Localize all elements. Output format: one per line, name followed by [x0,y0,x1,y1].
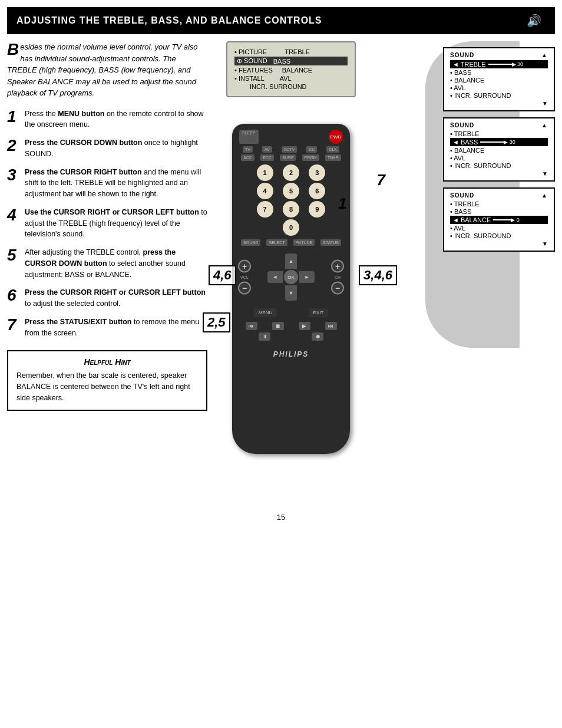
step-3: 3 Press the CURSOR RIGHT button and the … [7,167,207,200]
menu-exit-row: MENU EXIT [238,308,344,317]
av-button[interactable]: AV [262,146,272,153]
status-button[interactable]: STATUS [320,239,341,246]
sleep-button[interactable]: SLEEP [239,130,259,144]
osd3-arrow-down: ▼ [450,241,548,247]
step-1: 1 Press the MENU button on the remote co… [7,108,207,131]
cursor-left-button[interactable]: ◄ [267,271,283,283]
philips-logo: PHILIPS [238,350,344,358]
step-7: 7 Press the STATUS/EXIT button to remove… [7,317,207,339]
fntune-button[interactable]: FNTUNE [293,239,315,246]
cursor-down-button[interactable]: ▼ [285,285,297,301]
dpad: ▲ ▼ ◄ ► OK [267,253,315,301]
content-area: B esides the normal volume level control… [7,41,555,501]
osd3-bass: • BASS [450,208,548,215]
num-5-button[interactable]: 5 [283,183,299,199]
vol-label: VOL [240,275,249,279]
step-5-num: 5 [7,247,19,263]
num-7-button[interactable]: 7 [257,201,273,218]
sound-button[interactable]: SOUND [241,239,260,246]
step-1-num: 1 [7,108,19,125]
step-label-46: 4,6 [209,265,236,285]
ok-button[interactable]: OK [284,270,298,284]
speaker-icon: 🔊 [522,12,546,29]
rewind-button[interactable]: ⏮ [246,322,257,330]
osd2-surround: • INCR. SURROUND [450,162,548,169]
exit-button[interactable]: EXIT [309,308,329,317]
menu-button[interactable]: MENU [254,308,277,317]
step-6-content: Press the CURSOR RIGHT or CURSOR LEFT bu… [25,287,207,309]
osd3-treble: • TREBLE [450,200,548,207]
ch-down-button[interactable]: − [331,282,344,295]
num-4-button[interactable]: 4 [257,183,273,199]
step-7-num: 7 [7,317,19,333]
osd1-avl: • AVL [450,84,548,91]
osd1-treble-selected: ◄ TREBLE ▶ 30 [450,60,548,68]
remote-top-row: SLEEP PWR [238,130,344,144]
num-9-button[interactable]: 9 [309,201,325,218]
menu-row-4: • INSTALL AVL [234,75,348,82]
osd-panels: SOUND ▲ ◄ TREBLE ▶ 30 • BASS • [443,47,555,252]
num-1-button[interactable]: 1 [257,164,273,181]
osd1-surround: • INCR. SURROUND [450,92,548,99]
cc-button[interactable]: CC [306,146,317,153]
left-column: B esides the normal volume level control… [7,41,207,501]
tv-button[interactable]: TV [243,146,253,153]
decorative-b: B [7,41,19,58]
menu-row-1: • PICTURE TREBLE [234,48,348,55]
acc-button[interactable]: ACC [241,154,254,161]
num-8-button[interactable]: 8 [283,201,299,218]
step-2: 2 Press the CURSOR DOWN button once to h… [7,137,207,160]
right-controls: + CH − [331,260,344,295]
ecc-button[interactable]: ECC [260,154,274,161]
steps-list: 1 Press the MENU button on the remote co… [7,108,207,339]
numpad: 1 2 3 4 5 6 7 8 9 0 [253,164,329,236]
osd3-title: SOUND ▲ [450,192,548,199]
osd1-bass: • BASS [450,69,548,76]
menu-row-5: INCR. SURROUND [234,83,348,90]
vol-up-button[interactable]: + [238,260,251,273]
num-3-button[interactable]: 3 [309,164,325,181]
num-0-button[interactable]: 0 [283,219,299,236]
cursor-up-button[interactable]: ▲ [285,253,297,269]
menu-row-3: • FEATURES BALANCE [234,67,348,74]
step-3-content: Press the CURSOR RIGHT button and the me… [25,167,207,200]
remote-body: SLEEP PWR TV AV ACTV CC CLK ACC ECC [232,124,350,454]
step-5: 5 After adjusting the TREBLE control, pr… [7,247,207,280]
record-button[interactable]: ⏺ [312,332,323,341]
pause-button[interactable]: ⏸ [259,332,270,341]
osd2-balance: • BALANCE [450,147,548,154]
tuner-button[interactable]: TNKR [325,154,341,161]
remote-control-wrapper: 1 7 4,6 3,4,6 2,5 SLEEP PWR [232,124,350,454]
surf-button[interactable]: SURF [280,154,296,161]
clock-button[interactable]: CLK [326,146,339,153]
step-label-346: 3,4,6 [359,265,397,285]
acc-row: ACC ECC SURF PRGM TNKR [238,154,344,161]
osd2-title: SOUND ▲ [450,122,548,129]
fast-forward-button[interactable]: ⏭ [325,322,337,330]
cursor-right-button[interactable]: ► [299,271,315,283]
remote-menu-illustration: • PICTURE TREBLE ⊕ SOUND BASS • FEATURES… [226,41,356,97]
num-2-button[interactable]: 2 [283,164,299,181]
program-button[interactable]: PRGM [302,154,319,161]
play-button[interactable]: ▶ [299,322,310,330]
hint-title: Helpful Hint [16,357,198,367]
step-label-25: 2,5 [203,312,230,332]
ch-label: CH [335,275,340,279]
dpad-section: + VOL − ▲ ▼ ◄ ► OK [238,251,344,304]
menu-row-2-selected: ⊕ SOUND BASS [234,57,348,65]
left-controls: + VOL − [238,260,251,295]
stop-button[interactable]: ⏹ [272,322,284,330]
osd2-treble: • TREBLE [450,130,548,137]
vol-down-button[interactable]: − [238,282,251,295]
select-button[interactable]: SELECT [266,239,287,246]
ch-up-button[interactable]: + [331,260,344,273]
right-inner: • PICTURE TREBLE ⊕ SOUND BASS • FEATURES… [214,41,555,501]
osd3-surround: • INCR. SURROUND [450,232,548,239]
playback-row-2: ⏸ ⏺ [238,332,344,341]
actv-button[interactable]: ACTV [282,146,297,153]
right-column: • PICTURE TREBLE ⊕ SOUND BASS • FEATURES… [214,41,555,501]
num-6-button[interactable]: 6 [309,183,325,199]
step-2-num: 2 [7,137,19,154]
power-button[interactable]: PWR [329,130,343,144]
step-label-1: 1 [338,195,346,213]
